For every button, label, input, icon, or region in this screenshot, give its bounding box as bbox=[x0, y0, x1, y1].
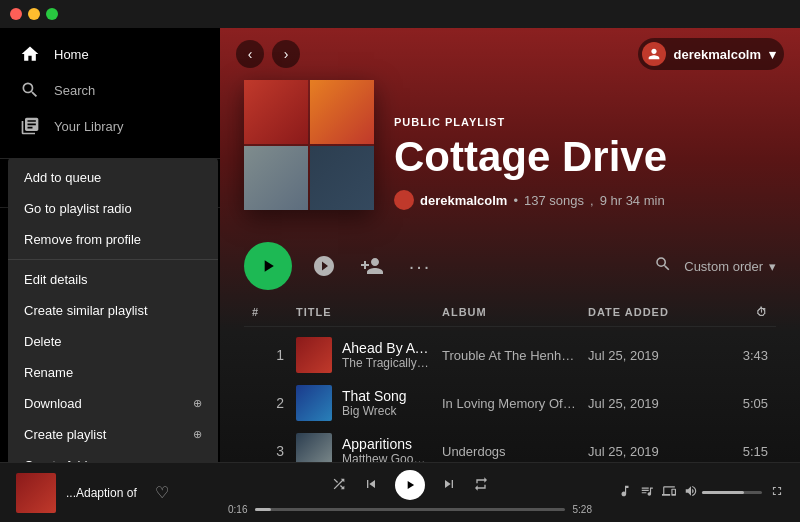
col-header-title: TITLE bbox=[296, 306, 430, 318]
add-user-button[interactable] bbox=[356, 250, 388, 282]
cover-cell-3 bbox=[244, 146, 308, 210]
menu-rename[interactable]: Rename bbox=[8, 357, 218, 388]
time-total: 5:28 bbox=[573, 504, 592, 515]
meta-avatar bbox=[394, 190, 414, 210]
track-thumbnail bbox=[296, 385, 332, 421]
sidebar-item-home[interactable]: Home bbox=[0, 36, 220, 72]
menu-remove-from-profile[interactable]: Remove from profile bbox=[8, 224, 218, 255]
custom-order-button[interactable]: Custom order ▾ bbox=[684, 259, 776, 274]
bottom-player: ...Adaption of ♡ 0:16 bbox=[0, 462, 800, 522]
sidebar-item-search[interactable]: Search bbox=[0, 72, 220, 108]
sidebar-home-label: Home bbox=[54, 47, 89, 62]
close-button[interactable] bbox=[10, 8, 22, 20]
track-name: Ahead By A Century bbox=[342, 340, 430, 356]
player-track-thumbnail bbox=[16, 473, 56, 513]
track-date: Jul 25, 2019 bbox=[588, 444, 708, 459]
minimize-button[interactable] bbox=[28, 8, 40, 20]
controls-right: Custom order ▾ bbox=[654, 255, 776, 277]
main-content: ‹ › derekmalcolm ▾ PUBLIC PLAYLIST Co bbox=[220, 28, 800, 462]
track-number: 1 bbox=[252, 347, 284, 363]
back-button[interactable]: ‹ bbox=[236, 40, 264, 68]
library-icon bbox=[20, 116, 40, 136]
player-track-info: ...Adaption of ♡ bbox=[16, 473, 216, 513]
menu-create-similar-playlist[interactable]: Create similar playlist bbox=[8, 295, 218, 326]
title-bar bbox=[0, 0, 800, 28]
sidebar: Home Search Your Library Create Playlist bbox=[0, 28, 220, 462]
track-duration: 5:15 bbox=[720, 444, 768, 459]
play-button[interactable] bbox=[244, 242, 292, 290]
cover-cell-1 bbox=[244, 80, 308, 144]
playlist-title: Cottage Drive bbox=[394, 134, 776, 180]
volume-bar bbox=[684, 484, 762, 501]
more-icon: ··· bbox=[409, 255, 432, 278]
playlist-meta: derekmalcolm • 137 songs , 9 hr 34 min bbox=[394, 190, 776, 210]
download-button[interactable] bbox=[308, 250, 340, 282]
more-button[interactable]: ··· bbox=[404, 250, 436, 282]
home-icon bbox=[20, 44, 40, 64]
custom-order-dropdown-icon: ▾ bbox=[769, 259, 776, 274]
sidebar-item-library[interactable]: Your Library bbox=[0, 108, 220, 144]
menu-delete[interactable]: Delete bbox=[8, 326, 218, 357]
menu-create-playlist[interactable]: Create playlist ⊕ bbox=[8, 419, 218, 450]
playlist-header: PUBLIC PLAYLIST Cottage Drive derekmalco… bbox=[220, 80, 800, 230]
devices-icon[interactable] bbox=[662, 484, 676, 501]
track-thumbnail bbox=[296, 337, 332, 373]
track-info: That Song Big Wreck bbox=[296, 385, 430, 421]
track-album: Trouble At The Henhouse bbox=[442, 348, 576, 363]
player-track-name: ...Adaption of bbox=[66, 486, 137, 500]
app-body: Home Search Your Library Create Playlist bbox=[0, 28, 800, 462]
track-duration: 3:43 bbox=[720, 348, 768, 363]
player-info: ...Adaption of bbox=[66, 486, 137, 500]
table-row[interactable]: 3 Apparitions Matthew Good Band Underdog… bbox=[244, 427, 776, 462]
context-menu: Add to queue Go to playlist radio Remove… bbox=[8, 158, 218, 462]
menu-divider-1 bbox=[8, 259, 218, 260]
shuffle-button[interactable] bbox=[331, 476, 347, 495]
username-label: derekmalcolm bbox=[674, 47, 761, 62]
meta-separator: • bbox=[513, 193, 518, 208]
user-avatar bbox=[642, 42, 666, 66]
player-play-button[interactable] bbox=[395, 470, 425, 500]
col-header-date: DATE ADDED bbox=[588, 306, 708, 318]
prev-button[interactable] bbox=[363, 476, 379, 495]
search-icon bbox=[20, 80, 40, 100]
track-number: 3 bbox=[252, 443, 284, 459]
track-list: # TITLE ALBUM DATE ADDED ⏱ 1 Ahead By A … bbox=[220, 302, 800, 462]
meta-username: derekmalcolm bbox=[420, 193, 507, 208]
menu-go-to-playlist-radio[interactable]: Go to playlist radio bbox=[8, 193, 218, 224]
next-button[interactable] bbox=[441, 476, 457, 495]
custom-order-label: Custom order bbox=[684, 259, 763, 274]
player-controls: 0:16 5:28 bbox=[228, 470, 592, 515]
menu-add-to-queue[interactable]: Add to queue bbox=[8, 162, 218, 193]
track-thumbnail bbox=[296, 433, 332, 462]
time-current: 0:16 bbox=[228, 504, 247, 515]
table-row[interactable]: 1 Ahead By A Century The Tragically Hip … bbox=[244, 331, 776, 379]
volume-track[interactable] bbox=[702, 491, 762, 494]
volume-icon[interactable] bbox=[684, 484, 698, 501]
menu-create-folder[interactable]: Create folder bbox=[8, 450, 218, 462]
progress-track[interactable] bbox=[255, 508, 564, 511]
playlist-type-label: PUBLIC PLAYLIST bbox=[394, 116, 776, 128]
cover-cell-4 bbox=[310, 146, 374, 210]
menu-edit-details[interactable]: Edit details bbox=[8, 264, 218, 295]
cover-cell-2 bbox=[310, 80, 374, 144]
fullscreen-button[interactable] bbox=[46, 8, 58, 20]
table-row[interactable]: 2 That Song Big Wreck In Loving Memory O… bbox=[244, 379, 776, 427]
track-name: That Song bbox=[342, 388, 407, 404]
heart-icon[interactable]: ♡ bbox=[155, 483, 169, 502]
forward-button[interactable]: › bbox=[272, 40, 300, 68]
menu-download[interactable]: Download ⊕ bbox=[8, 388, 218, 419]
playlist-cover bbox=[244, 80, 374, 210]
track-text: That Song Big Wreck bbox=[342, 388, 407, 418]
fullscreen-icon[interactable] bbox=[770, 484, 784, 501]
user-menu-button[interactable]: derekmalcolm ▾ bbox=[638, 38, 784, 70]
track-search-button[interactable] bbox=[654, 255, 672, 277]
lyrics-icon[interactable] bbox=[618, 484, 632, 501]
track-name: Apparitions bbox=[342, 436, 430, 452]
track-text: Ahead By A Century The Tragically Hip bbox=[342, 340, 430, 370]
queue-icon[interactable] bbox=[640, 484, 654, 501]
track-info: Ahead By A Century The Tragically Hip bbox=[296, 337, 430, 373]
repeat-button[interactable] bbox=[473, 476, 489, 495]
meta-duration: 9 hr 34 min bbox=[600, 193, 665, 208]
col-header-num: # bbox=[252, 306, 284, 318]
player-buttons bbox=[331, 470, 489, 500]
